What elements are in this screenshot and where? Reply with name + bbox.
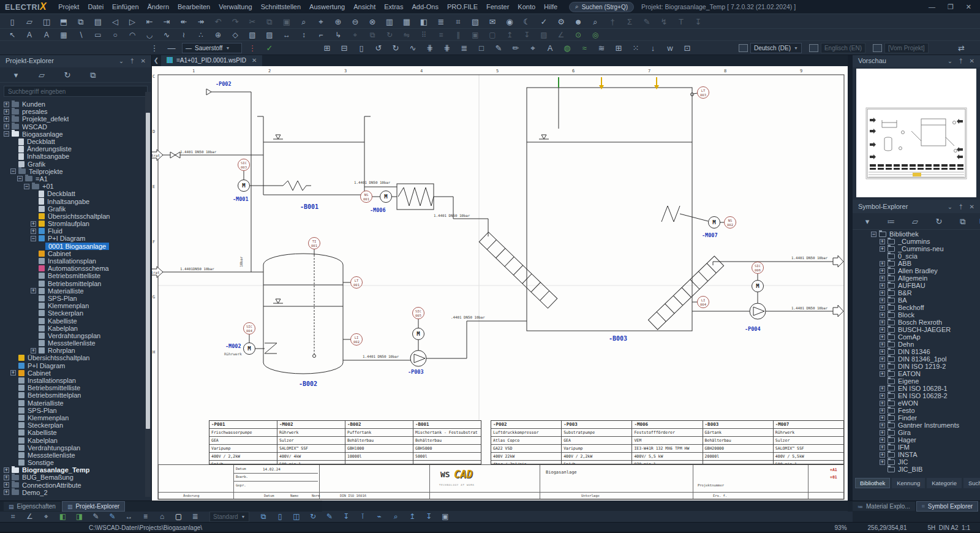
tree-item-allgemein[interactable]: +Allgemein xyxy=(870,274,978,282)
tree-item-en-iso-10628-1[interactable]: +EN ISO 10628-1 xyxy=(870,385,978,392)
node-edit-button[interactable]: ∴ xyxy=(192,31,209,39)
menu-verwaltung[interactable]: Verwaltung xyxy=(214,3,256,10)
motor-symbol[interactable]: M xyxy=(752,281,764,292)
minimize-button[interactable]: — xyxy=(929,3,935,11)
refresh-button[interactable]: ↻ xyxy=(930,217,948,225)
rotate-left-button[interactable]: ↺ xyxy=(370,44,387,52)
angle-snap-button[interactable]: ∠ xyxy=(21,513,38,520)
tablet-view-button[interactable]: ▯ xyxy=(272,513,288,520)
linetype-select[interactable]: — Sauerstoff ▼ xyxy=(182,43,242,53)
hatch-fill-button[interactable]: ▨ xyxy=(535,31,552,39)
tree-item-steckerplan[interactable]: Steckerplan xyxy=(0,421,143,429)
nav-back-button[interactable]: ◁ xyxy=(107,18,124,26)
expand-icon[interactable]: + xyxy=(880,268,885,274)
tree-item-wscad[interactable]: +WSCAD xyxy=(0,123,143,130)
tree-item-din-81346-1pol[interactable]: +DIN 81346_1pol xyxy=(870,355,978,363)
tree-item-din-iso-1219-2[interactable]: +DIN ISO 1219-2 xyxy=(870,363,978,370)
search-replace-button[interactable]: ⌖ xyxy=(312,18,330,26)
collapse-icon[interactable]: − xyxy=(24,184,29,189)
expand-icon[interactable]: + xyxy=(4,482,9,488)
tree-item-biograsanlage-temp[interactable]: +Biograsanlage_Temp xyxy=(0,466,143,474)
menu-schnittstellen[interactable]: Schnittstellen xyxy=(257,3,305,10)
tree-item-kabelliste[interactable]: Kabelliste xyxy=(0,429,143,436)
text-tool-button[interactable]: T xyxy=(673,18,690,26)
expand-icon[interactable]: + xyxy=(880,305,885,311)
instrument-bubble-ns001[interactable]: NS001 xyxy=(361,191,372,203)
snap-point-button[interactable]: ⊙ xyxy=(570,31,587,39)
project-structure-button[interactable]: ≣ xyxy=(432,18,450,26)
tab-close-icon[interactable]: ✕ xyxy=(252,57,257,64)
collapse-icon[interactable]: − xyxy=(31,236,36,241)
expand-icon[interactable]: + xyxy=(880,459,885,465)
expand-icon[interactable]: + xyxy=(880,437,885,443)
tree-item-verdrahtungsplan[interactable]: Verdrahtungsplan xyxy=(0,332,143,339)
tree-item-cabinet[interactable]: Cabinet xyxy=(0,250,143,257)
tab-suchen[interactable]: Suchen xyxy=(963,478,980,488)
instrument-bubble-lt003[interactable]: LT003 xyxy=(698,87,709,99)
expand-icon[interactable]: + xyxy=(880,357,885,362)
linetype-colors-button[interactable]: ⋮ xyxy=(244,44,261,52)
anchor-down-button[interactable]: ↧ xyxy=(690,18,707,26)
prev-page-button[interactable]: ↞ xyxy=(175,18,192,26)
filter-settings-button[interactable]: ≔ xyxy=(883,217,900,225)
tree-item-kunden[interactable]: +Kunden xyxy=(0,100,143,108)
dimension-tool-button[interactable]: ↔ xyxy=(121,513,137,520)
user-account-button[interactable]: ☻ xyxy=(570,18,587,26)
pump-symbol[interactable] xyxy=(410,350,426,366)
frame-select-button[interactable]: ◧ xyxy=(415,18,432,26)
paste-button[interactable]: ▣ xyxy=(278,18,295,26)
draw-pen-button[interactable]: ✎ xyxy=(104,513,121,520)
insert-picture-button[interactable]: ▧ xyxy=(244,31,261,39)
tree-item-sps-plan[interactable]: SPS-Plan xyxy=(0,295,143,302)
tree-item-inhaltsangabe[interactable]: Inhaltsangabe xyxy=(0,153,143,160)
check-document-button[interactable]: ✓ xyxy=(535,18,552,26)
box-tool-button[interactable]: □ xyxy=(473,44,490,52)
menu-extras[interactable]: Extras xyxy=(380,3,407,10)
corner-tool-button[interactable]: ⌐ xyxy=(312,31,330,39)
bring-front-button[interactable]: ↥ xyxy=(501,31,518,39)
tree-item-grafik[interactable]: Grafik xyxy=(0,205,143,213)
dimension-horizontal-button[interactable]: ↔ xyxy=(278,31,295,39)
tree-scrollbar[interactable] xyxy=(145,92,151,497)
motor-symbol[interactable]: M xyxy=(413,328,424,340)
draw-polyline-button[interactable]: ≀ xyxy=(175,31,192,39)
approx-tool-2-button[interactable]: ≋ xyxy=(593,44,610,52)
tree-item-block[interactable]: +Block xyxy=(870,311,978,319)
menu-pro-file[interactable]: PRO.FILE xyxy=(443,3,482,10)
expand-icon[interactable]: + xyxy=(880,452,885,458)
expand-icon[interactable]: + xyxy=(880,364,885,369)
tag-box-button[interactable]: ⊡ xyxy=(679,44,696,52)
tree-item-betriebsmittelliste[interactable]: Betriebsmittelliste xyxy=(0,272,143,279)
panel-collapse-icon[interactable]: ⌄ xyxy=(948,58,952,64)
instrument-bubble-sic005[interactable]: SIC005 xyxy=(413,308,424,319)
expand-icon[interactable]: + xyxy=(880,327,885,333)
open-project-button[interactable]: ▱ xyxy=(21,18,38,26)
next-page-button[interactable]: ↠ xyxy=(192,18,209,26)
panel-collapse-icon[interactable]: ⌄ xyxy=(119,58,124,64)
draw-circle-button[interactable]: ○ xyxy=(107,31,124,39)
expand-icon[interactable]: + xyxy=(880,276,885,281)
tree-item-messstellenliste[interactable]: Messstellenliste xyxy=(0,339,143,347)
tree-item-übersichtsschaltplan[interactable]: Übersichtsschaltplan xyxy=(0,354,143,361)
tree-item-materialliste[interactable]: Materialliste xyxy=(0,399,143,407)
roof-tool-button[interactable]: ⌂ xyxy=(154,513,170,520)
group-elements-button[interactable]: ▣ xyxy=(467,31,484,39)
probe-blue-button[interactable]: ⊺ xyxy=(355,513,371,520)
drop-anchor-button[interactable]: ↧ xyxy=(338,513,355,520)
tree-item-kabelplan[interactable]: Kabelplan xyxy=(0,325,143,332)
tree-item-messstellenliste[interactable]: Messstellenliste xyxy=(0,452,143,459)
motor-symbol[interactable]: M xyxy=(380,191,392,203)
busbar-3-button[interactable]: ⋕ xyxy=(439,44,456,52)
tree-item-installationsplan[interactable]: Installationsplan xyxy=(0,377,143,384)
dock-tab-projekt-explorer[interactable]: ▥Projekt-Explorer xyxy=(62,501,125,512)
tree-item-connectionattribute[interactable]: +ConnectionAttribute xyxy=(0,482,143,489)
menu-projekt[interactable]: Projekt xyxy=(54,3,83,10)
tree-filter-caret-button[interactable]: ▾ xyxy=(7,71,24,79)
cut-button[interactable]: ✂ xyxy=(244,18,261,26)
table-insert-button[interactable]: ⊞ xyxy=(610,44,627,52)
tree-item-cabinet[interactable]: +Cabinet xyxy=(0,369,143,377)
instrument-bubble-ns002[interactable]: NS002 xyxy=(725,217,736,229)
restore-button[interactable]: ❐ xyxy=(948,3,954,11)
tree-item-eigene[interactable]: Eigene xyxy=(870,377,978,385)
mirror-element-button[interactable]: ⇋ xyxy=(398,31,415,39)
